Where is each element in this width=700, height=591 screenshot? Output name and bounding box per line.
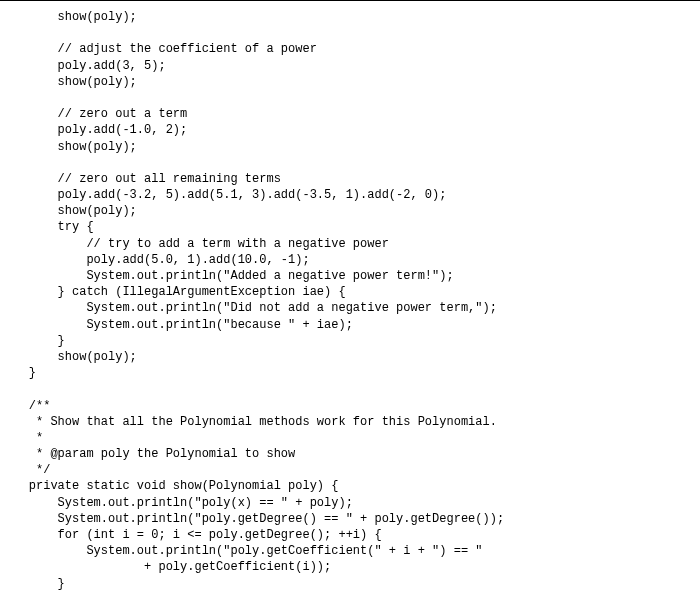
code-line: } [0,365,700,381]
code-line: * @param poly the Polynomial to show [0,446,700,462]
code-line [0,25,700,41]
code-block: show(poly); // adjust the coefficient of… [0,1,700,591]
code-line: poly.add(-1.0, 2); [0,122,700,138]
code-line: } catch (IllegalArgumentException iae) { [0,284,700,300]
code-line: System.out.println("Added a negative pow… [0,268,700,284]
code-line: System.out.println("poly.getDegree() == … [0,511,700,527]
code-line: // adjust the coefficient of a power [0,41,700,57]
code-line: show(poly); [0,203,700,219]
code-line: * Show that all the Polynomial methods w… [0,414,700,430]
code-line [0,90,700,106]
code-line: show(poly); [0,74,700,90]
code-line: * [0,430,700,446]
code-line: // try to add a term with a negative pow… [0,236,700,252]
code-line: } [0,333,700,349]
code-line: show(poly); [0,9,700,25]
code-line [0,155,700,171]
code-line: System.out.println("poly.getCoefficient(… [0,543,700,559]
code-line [0,381,700,397]
code-line: // zero out a term [0,106,700,122]
code-line: poly.add(5.0, 1).add(10.0, -1); [0,252,700,268]
code-line: + poly.getCoefficient(i)); [0,559,700,575]
code-line: /** [0,398,700,414]
code-line: for (int i = 0; i <= poly.getDegree(); +… [0,527,700,543]
code-line: poly.add(3, 5); [0,58,700,74]
code-line: */ [0,462,700,478]
code-line: show(poly); [0,349,700,365]
code-line: private static void show(Polynomial poly… [0,478,700,494]
code-line: try { [0,219,700,235]
code-line: System.out.println("because " + iae); [0,317,700,333]
code-line: } [0,576,700,591]
code-line: System.out.println("Did not add a negati… [0,300,700,316]
code-line: System.out.println("poly(x) == " + poly)… [0,495,700,511]
code-line: show(poly); [0,139,700,155]
code-line: // zero out all remaining terms [0,171,700,187]
code-line: poly.add(-3.2, 5).add(5.1, 3).add(-3.5, … [0,187,700,203]
